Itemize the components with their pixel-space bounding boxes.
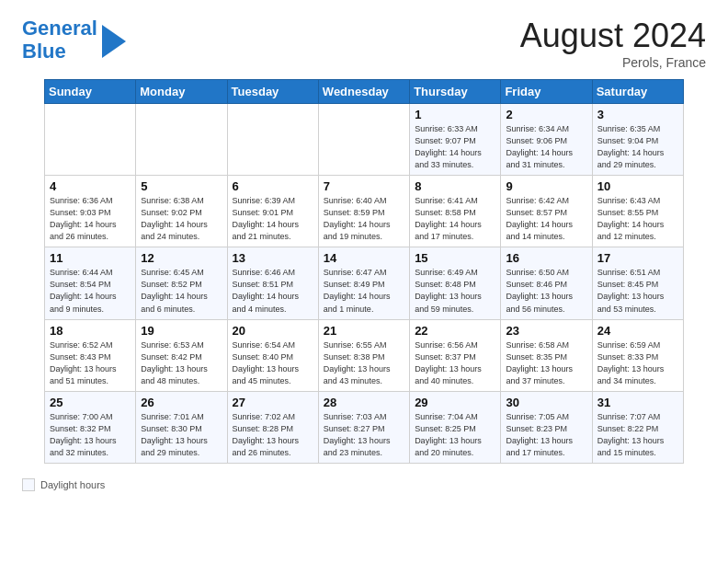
day-cell-12: 12Sunrise: 6:45 AM Sunset: 8:52 PM Dayli… (136, 247, 227, 319)
day-number: 8 (415, 179, 495, 193)
day-number: 1 (415, 108, 495, 121)
day-number: 12 (141, 251, 222, 265)
day-number: 9 (506, 179, 586, 193)
day-number: 23 (506, 324, 586, 338)
day-cell-16: 16Sunrise: 6:50 AM Sunset: 8:46 PM Dayli… (501, 247, 592, 319)
day-info: Sunrise: 7:02 AM Sunset: 8:28 PM Dayligh… (233, 411, 313, 459)
day-cell-17: 17Sunrise: 6:51 AM Sunset: 8:45 PM Dayli… (592, 247, 683, 319)
day-cell-23: 23Sunrise: 6:58 AM Sunset: 8:35 PM Dayli… (501, 319, 592, 391)
col-header-saturday: Saturday (592, 80, 683, 104)
location: Perols, France (520, 55, 706, 70)
day-info: Sunrise: 7:01 AM Sunset: 8:30 PM Dayligh… (141, 411, 222, 459)
day-cell-21: 21Sunrise: 6:55 AM Sunset: 8:38 PM Dayli… (318, 319, 409, 391)
day-cell-9: 9Sunrise: 6:42 AM Sunset: 8:57 PM Daylig… (501, 176, 592, 247)
day-number: 30 (506, 396, 586, 409)
day-cell-4: 4Sunrise: 6:36 AM Sunset: 9:03 PM Daylig… (45, 176, 136, 247)
day-info: Sunrise: 6:55 AM Sunset: 8:38 PM Dayligh… (324, 339, 404, 387)
day-info: Sunrise: 6:58 AM Sunset: 8:35 PM Dayligh… (506, 339, 586, 387)
calendar-table: SundayMondayTuesdayWednesdayThursdayFrid… (44, 79, 684, 464)
day-cell-18: 18Sunrise: 6:52 AM Sunset: 8:43 PM Dayli… (45, 319, 136, 391)
day-number: 27 (233, 396, 313, 409)
day-cell-28: 28Sunrise: 7:03 AM Sunset: 8:27 PM Dayli… (318, 391, 409, 463)
day-cell-3: 3Sunrise: 6:35 AM Sunset: 9:04 PM Daylig… (592, 104, 683, 176)
day-info: Sunrise: 6:36 AM Sunset: 9:03 PM Dayligh… (50, 195, 131, 243)
day-number: 4 (50, 179, 131, 193)
day-number: 17 (597, 251, 678, 265)
day-number: 20 (233, 324, 313, 338)
day-info: Sunrise: 6:46 AM Sunset: 8:51 PM Dayligh… (233, 267, 313, 315)
day-cell-19: 19Sunrise: 6:53 AM Sunset: 8:42 PM Dayli… (136, 319, 227, 391)
day-info: Sunrise: 6:40 AM Sunset: 8:59 PM Dayligh… (324, 195, 404, 243)
day-info: Sunrise: 6:34 AM Sunset: 9:06 PM Dayligh… (506, 123, 586, 171)
day-cell-30: 30Sunrise: 7:05 AM Sunset: 8:23 PM Dayli… (501, 391, 592, 463)
logo: GeneralBlue (22, 17, 126, 63)
day-info: Sunrise: 6:52 AM Sunset: 8:43 PM Dayligh… (50, 339, 131, 387)
day-number: 18 (50, 324, 131, 338)
day-info: Sunrise: 7:04 AM Sunset: 8:25 PM Dayligh… (415, 411, 495, 459)
day-cell-27: 27Sunrise: 7:02 AM Sunset: 8:28 PM Dayli… (227, 391, 318, 463)
empty-cell (136, 104, 227, 176)
day-cell-6: 6Sunrise: 6:39 AM Sunset: 9:01 PM Daylig… (227, 176, 318, 247)
day-cell-29: 29Sunrise: 7:04 AM Sunset: 8:25 PM Dayli… (410, 391, 501, 463)
day-cell-22: 22Sunrise: 6:56 AM Sunset: 8:37 PM Dayli… (410, 319, 501, 391)
day-cell-31: 31Sunrise: 7:07 AM Sunset: 8:22 PM Dayli… (592, 391, 683, 463)
day-cell-13: 13Sunrise: 6:46 AM Sunset: 8:51 PM Dayli… (227, 247, 318, 319)
day-info: Sunrise: 6:38 AM Sunset: 9:02 PM Dayligh… (141, 195, 222, 243)
day-number: 3 (597, 108, 678, 121)
col-header-sunday: Sunday (45, 80, 136, 104)
day-info: Sunrise: 6:43 AM Sunset: 8:55 PM Dayligh… (597, 195, 678, 243)
day-cell-8: 8Sunrise: 6:41 AM Sunset: 8:58 PM Daylig… (410, 176, 501, 247)
legend-box (22, 478, 35, 491)
day-info: Sunrise: 6:56 AM Sunset: 8:37 PM Dayligh… (415, 339, 495, 387)
day-number: 6 (233, 179, 313, 193)
day-cell-1: 1Sunrise: 6:33 AM Sunset: 9:07 PM Daylig… (410, 104, 501, 176)
col-header-thursday: Thursday (410, 80, 501, 104)
day-number: 16 (506, 251, 586, 265)
day-info: Sunrise: 7:05 AM Sunset: 8:23 PM Dayligh… (506, 411, 586, 459)
day-number: 11 (50, 251, 131, 265)
day-cell-25: 25Sunrise: 7:00 AM Sunset: 8:32 PM Dayli… (45, 391, 136, 463)
day-cell-10: 10Sunrise: 6:43 AM Sunset: 8:55 PM Dayli… (592, 176, 683, 247)
day-cell-26: 26Sunrise: 7:01 AM Sunset: 8:30 PM Dayli… (136, 391, 227, 463)
day-info: Sunrise: 6:47 AM Sunset: 8:49 PM Dayligh… (324, 267, 404, 315)
month-title: August 2024 (520, 17, 706, 55)
day-info: Sunrise: 6:53 AM Sunset: 8:42 PM Dayligh… (141, 339, 222, 387)
day-cell-5: 5Sunrise: 6:38 AM Sunset: 9:02 PM Daylig… (136, 176, 227, 247)
day-cell-15: 15Sunrise: 6:49 AM Sunset: 8:48 PM Dayli… (410, 247, 501, 319)
day-info: Sunrise: 6:39 AM Sunset: 9:01 PM Dayligh… (233, 195, 313, 243)
day-number: 2 (506, 108, 586, 121)
col-header-friday: Friday (501, 80, 592, 104)
day-info: Sunrise: 6:51 AM Sunset: 8:45 PM Dayligh… (597, 267, 678, 315)
day-number: 15 (415, 251, 495, 265)
title-block: August 2024 Perols, France (520, 17, 706, 70)
day-number: 5 (141, 179, 222, 193)
day-number: 22 (415, 324, 495, 338)
day-number: 19 (141, 324, 222, 338)
day-info: Sunrise: 6:59 AM Sunset: 8:33 PM Dayligh… (597, 339, 678, 387)
empty-cell (227, 104, 318, 176)
day-info: Sunrise: 6:41 AM Sunset: 8:58 PM Dayligh… (415, 195, 495, 243)
day-info: Sunrise: 6:42 AM Sunset: 8:57 PM Dayligh… (506, 195, 586, 243)
col-header-tuesday: Tuesday (227, 80, 318, 104)
day-number: 14 (324, 251, 404, 265)
logo-arrow-icon (102, 25, 126, 58)
legend: Daylight hours (0, 473, 728, 497)
empty-cell (45, 104, 136, 176)
empty-cell (318, 104, 409, 176)
day-info: Sunrise: 6:49 AM Sunset: 8:48 PM Dayligh… (415, 267, 495, 315)
day-number: 31 (597, 396, 678, 409)
day-info: Sunrise: 7:03 AM Sunset: 8:27 PM Dayligh… (324, 411, 404, 459)
day-cell-20: 20Sunrise: 6:54 AM Sunset: 8:40 PM Dayli… (227, 319, 318, 391)
col-header-wednesday: Wednesday (318, 80, 409, 104)
day-number: 7 (324, 179, 404, 193)
day-cell-11: 11Sunrise: 6:44 AM Sunset: 8:54 PM Dayli… (45, 247, 136, 319)
header: GeneralBlue August 2024 Perols, France (0, 0, 728, 79)
col-header-monday: Monday (136, 80, 227, 104)
day-number: 21 (324, 324, 404, 338)
day-number: 13 (233, 251, 313, 265)
day-cell-2: 2Sunrise: 6:34 AM Sunset: 9:06 PM Daylig… (501, 104, 592, 176)
day-number: 29 (415, 396, 495, 409)
day-number: 26 (141, 396, 222, 409)
day-number: 28 (324, 396, 404, 409)
day-info: Sunrise: 6:45 AM Sunset: 8:52 PM Dayligh… (141, 267, 222, 315)
